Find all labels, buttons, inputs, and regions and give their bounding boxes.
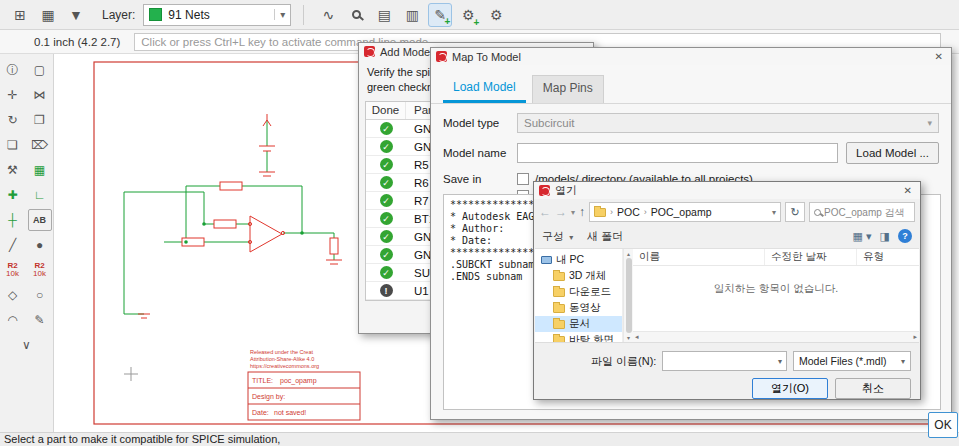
sidebar-item-documents[interactable]: 문서 <box>535 316 622 332</box>
scroll-right-icon[interactable]: ▸ <box>913 333 917 341</box>
file-dialog-content: 내 PC 3D 개체 다운로드 동영상 문서 바탕 화면 ▴ ▾ 이름 수정한 … <box>535 248 919 343</box>
scroll-up-icon[interactable]: ▴ <box>627 250 630 257</box>
select-region-icon[interactable]: ▢ <box>28 59 52 81</box>
up-icon[interactable]: ↑ <box>579 205 585 219</box>
check-icon: ✓ <box>380 176 393 189</box>
sidebar-item-videos[interactable]: 동영상 <box>535 300 622 316</box>
value-tool[interactable]: R2 10k <box>28 259 52 281</box>
sidebar-item-3d-objects[interactable]: 3D 개체 <box>535 268 622 284</box>
grid-icon[interactable]: ⊞ <box>8 3 32 27</box>
wrench-icon[interactable]: ⚒ <box>1 159 25 181</box>
delete-icon[interactable]: ⌦ <box>28 134 52 156</box>
chevron-down-icon: ▾ <box>274 9 285 20</box>
filter-icon[interactable]: ▼ <box>64 3 88 27</box>
search-input[interactable] <box>824 207 910 218</box>
breadcrumb-poc-opamp[interactable]: POC_opamp <box>651 206 712 218</box>
history-chevron-icon[interactable]: ▾ <box>571 208 575 217</box>
file-name-input[interactable] <box>667 355 778 367</box>
forward-icon[interactable]: → <box>555 205 567 219</box>
rotate-icon[interactable]: ↻ <box>1 109 25 131</box>
junction-icon[interactable]: ┼ <box>1 209 25 231</box>
settings-icon[interactable]: ⚙ <box>484 3 508 27</box>
refresh-icon[interactable]: ↻ <box>785 202 805 222</box>
back-icon[interactable]: ← <box>539 205 551 219</box>
preview-pane-icon[interactable]: ◨ <box>880 230 890 243</box>
mirror-icon[interactable]: ⋈ <box>28 84 52 106</box>
map-dialog-title: Map To Model <box>452 51 521 63</box>
open-dialog-titlebar[interactable]: 열기 ✕ <box>534 182 920 199</box>
dot-tool-icon[interactable]: ● <box>28 234 52 256</box>
file-name-label: 파일 이름(N): <box>591 354 656 369</box>
new-folder-button[interactable]: 새 폴더 <box>587 229 623 244</box>
close-icon[interactable]: ✕ <box>932 51 946 62</box>
scrollbar-thumb[interactable] <box>626 258 632 333</box>
documents-icon[interactable]: ▥ <box>400 3 424 27</box>
load-model-button[interactable]: Load Model ... <box>846 142 939 164</box>
view-options-icon[interactable]: ▦ ▾ <box>853 230 872 243</box>
model-name-input[interactable] <box>517 143 838 163</box>
copy-icon[interactable]: ❐ <box>28 109 52 131</box>
search-box[interactable] <box>809 202 915 222</box>
check-icon: ✓ <box>380 122 393 135</box>
sidebar-item-desktop[interactable]: 바탕 화면 <box>535 332 622 342</box>
tab-map-pins[interactable]: Map Pins <box>532 75 604 103</box>
file-name-combo[interactable]: ▾ <box>662 351 787 371</box>
layer-dropdown[interactable]: 91 Nets ▾ <box>143 4 291 26</box>
add-model-title: Add Model <box>380 46 433 58</box>
label-tool-icon[interactable]: AB <box>28 209 52 231</box>
scroll-left-icon[interactable]: ◂ <box>635 333 639 341</box>
add-part-icon[interactable]: ✚ <box>1 184 25 206</box>
info-icon[interactable]: ⓘ <box>1 59 25 81</box>
eagle-icon <box>436 51 447 62</box>
paste-icon[interactable]: ❏ <box>1 134 25 156</box>
sidebar-item-this-pc[interactable]: 내 PC <box>535 252 622 268</box>
add-spice-model-icon[interactable]: ✎+ <box>428 3 452 27</box>
circle-tool-icon[interactable]: ○ <box>28 284 52 306</box>
simulation-settings-icon[interactable]: ⚙+ <box>456 3 480 27</box>
more-tools-chevron-icon[interactable]: ∨ <box>1 334 53 356</box>
ok-button[interactable]: OK <box>928 412 958 438</box>
chevron-down-icon[interactable]: ▾ <box>772 208 776 217</box>
line-tool-icon[interactable]: ╱ <box>1 234 25 256</box>
text-tool-icon[interactable]: ✎ <box>28 309 52 331</box>
column-type[interactable]: 유형 <box>857 249 919 265</box>
organize-button[interactable]: 구성 ▾ <box>542 229 573 244</box>
part-name: R7 <box>406 195 429 207</box>
file-type-dropdown[interactable]: Model Files (*.mdl) ▾ <box>793 351 911 371</box>
name-tool[interactable]: R2 10k <box>1 259 25 281</box>
library-icon[interactable]: ▤ <box>372 3 396 27</box>
sidebar-item-downloads[interactable]: 다운로드 <box>535 284 622 300</box>
move-icon[interactable]: ✛ <box>1 84 25 106</box>
model-type-select[interactable]: Subcircuit ▾ <box>517 113 939 133</box>
net-tool-icon[interactable]: ∟ <box>28 184 52 206</box>
file-list-horizontal-scrollbar[interactable]: ◂ ▸ <box>633 331 919 342</box>
top-toolbar: ⊞ ▦ ▼ Layer: 91 Nets ▾ ∿ ▤ ▥ ✎+ ⚙+ ⚙ <box>0 0 959 30</box>
open-button[interactable]: 열기(O) <box>752 378 828 399</box>
checkbox-icon[interactable] <box>517 173 529 185</box>
folder-icon <box>553 272 565 281</box>
tab-load-model[interactable]: Load Model <box>443 75 526 103</box>
cancel-button[interactable]: 취소 <box>835 378 911 399</box>
title-block: Released under the Creat Attribution-Sha… <box>248 349 360 420</box>
grid-settings-icon[interactable]: ▦ <box>36 3 60 27</box>
eagle-icon <box>539 185 550 196</box>
scroll-down-icon[interactable]: ▾ <box>627 334 630 341</box>
status-bar: Select a part to make it compatible for … <box>0 432 959 446</box>
breadcrumb-poc[interactable]: POC <box>617 206 640 218</box>
replace-icon[interactable]: ▦ <box>28 159 52 181</box>
help-icon[interactable]: ? <box>898 229 912 243</box>
part-name: U1 <box>406 285 429 297</box>
arc-tool-icon[interactable]: ◠ <box>1 309 25 331</box>
pc-icon <box>541 256 552 264</box>
zoom-icon[interactable] <box>344 3 368 27</box>
close-icon[interactable]: ✕ <box>901 185 915 196</box>
file-list-header: 이름 수정한 날짜 유형 <box>633 249 919 266</box>
column-date-modified[interactable]: 수정한 날짜 <box>765 249 857 265</box>
map-dialog-titlebar[interactable]: Map To Model ✕ <box>431 48 951 65</box>
column-name[interactable]: 이름 <box>633 249 765 265</box>
tree-scrollbar[interactable]: ▴ ▾ <box>623 249 633 342</box>
address-bar[interactable]: › POC › POC_opamp ▾ <box>589 202 781 222</box>
file-dialog-toolbar: 구성 ▾ 새 폴더 ▦ ▾ ◨ ? <box>534 225 920 247</box>
polygon-tool-icon[interactable]: ◇ <box>1 284 25 306</box>
wire-tool-icon[interactable]: ∿ <box>316 3 340 27</box>
